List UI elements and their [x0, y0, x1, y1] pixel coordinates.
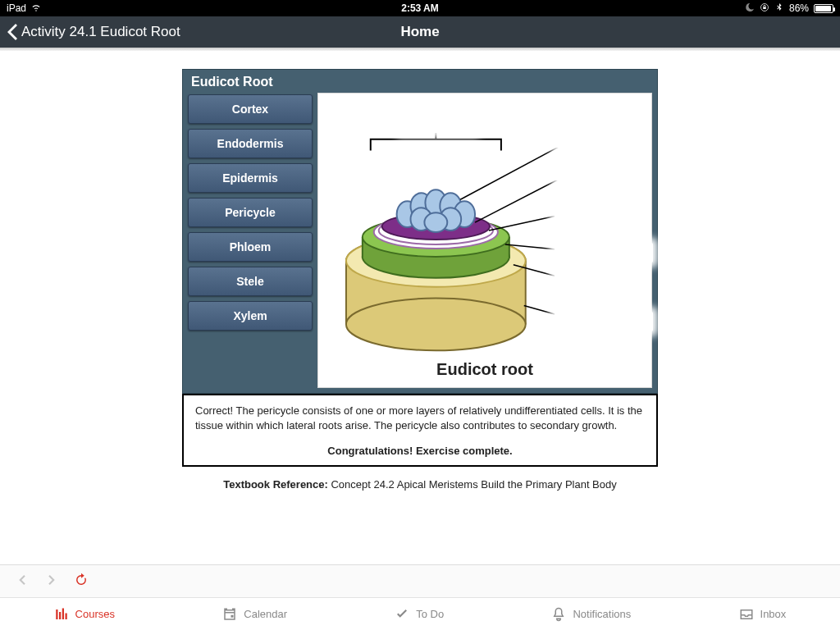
bluetooth-icon — [774, 2, 784, 15]
reload-icon — [74, 573, 89, 587]
content-area: Eudicot Root Cortex Endodermis Epidermis… — [0, 51, 840, 564]
reference-label: Textbook Reference: — [223, 478, 328, 491]
drop-target-pericycle[interactable] — [555, 202, 630, 221]
courses-icon — [54, 607, 69, 622]
term-pericycle[interactable]: Pericycle — [188, 198, 313, 227]
back-button[interactable]: Activity 24.1 Eudicot Root — [0, 24, 180, 40]
term-xylem[interactable]: Xylem — [188, 301, 313, 331]
textbook-reference: Textbook Reference: Concept 24.2 Apical … — [182, 478, 658, 491]
chevron-left-icon — [7, 24, 18, 40]
drop-target-stele[interactable] — [400, 113, 476, 133]
chevron-right-icon — [44, 573, 59, 587]
tab-todo-label: To Do — [416, 608, 444, 620]
feedback-congrats: Congratulations! Exercise complete. — [195, 444, 645, 459]
diagram-caption: Eudicot root — [318, 360, 651, 379]
status-bar: iPad 2:53 AM 86% — [0, 0, 840, 16]
drop-target-epidermis[interactable] — [555, 312, 653, 331]
tab-bar: Courses Calendar To Do Notifications Inb… — [0, 597, 840, 630]
battery-icon — [814, 4, 833, 13]
browser-toolbar — [0, 564, 840, 597]
calendar-icon — [222, 607, 237, 622]
clock: 2:53 AM — [401, 2, 439, 14]
tab-notifications-label: Notifications — [573, 608, 631, 620]
bell-icon — [551, 607, 566, 622]
check-icon — [395, 607, 409, 622]
feedback-box: Correct! The pericycle consists of one o… — [182, 394, 658, 467]
tab-calendar-label: Calendar — [244, 608, 287, 620]
tab-calendar[interactable]: Calendar — [222, 607, 287, 622]
nav-bar: Activity 24.1 Eudicot Root Home — [0, 16, 840, 48]
term-list: Cortex Endodermis Epidermis Pericycle Ph… — [183, 93, 317, 393]
tab-inbox[interactable]: Inbox — [739, 607, 787, 622]
device-label: iPad — [7, 2, 26, 14]
tab-courses-label: Courses — [75, 608, 115, 620]
drop-target-phloem[interactable] — [555, 161, 630, 180]
browser-reload-button[interactable] — [74, 573, 89, 591]
rotation-lock-icon — [760, 2, 769, 15]
drop-target-endodermis[interactable] — [555, 243, 653, 262]
term-endodermis[interactable]: Endodermis — [188, 129, 313, 158]
back-label: Activity 24.1 Eudicot Root — [21, 24, 180, 40]
svg-point-3 — [346, 299, 526, 351]
feedback-text: Correct! The pericycle consists of one o… — [195, 404, 645, 432]
svg-rect-25 — [231, 614, 234, 617]
chevron-left-icon — [15, 573, 30, 587]
do-not-disturb-icon — [745, 2, 755, 15]
page-title: Home — [400, 24, 439, 40]
browser-forward-button[interactable] — [44, 573, 59, 591]
drop-target-cortex[interactable] — [555, 272, 630, 292]
card-title: Eudicot Root — [183, 70, 657, 93]
svg-point-18 — [424, 212, 447, 232]
term-stele[interactable]: Stele — [188, 267, 313, 296]
tab-courses[interactable]: Courses — [54, 607, 115, 622]
inbox-icon — [739, 607, 754, 622]
term-cortex[interactable]: Cortex — [188, 94, 313, 124]
tab-inbox-label: Inbox — [760, 608, 787, 620]
tab-todo[interactable]: To Do — [395, 607, 444, 622]
wifi-icon — [31, 2, 41, 15]
diagram-panel: Eudicot root — [317, 93, 652, 388]
battery-percent: 86% — [789, 2, 809, 14]
browser-back-button[interactable] — [15, 573, 30, 591]
term-phloem[interactable]: Phloem — [188, 232, 313, 262]
tab-notifications[interactable]: Notifications — [551, 607, 631, 622]
activity-card: Eudicot Root Cortex Endodermis Epidermis… — [182, 69, 658, 394]
reference-text: Concept 24.2 Apical Meristems Build the … — [331, 478, 616, 491]
term-epidermis[interactable]: Epidermis — [188, 163, 313, 193]
drop-target-xylem[interactable] — [555, 128, 630, 148]
